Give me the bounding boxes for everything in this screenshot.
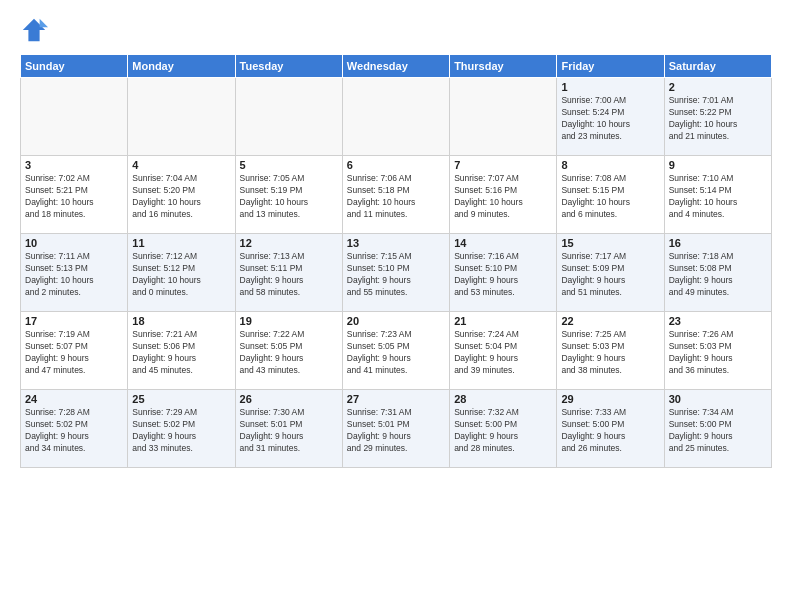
day-info: Sunrise: 7:00 AMSunset: 5:24 PMDaylight:… (561, 95, 659, 143)
calendar-cell: 29Sunrise: 7:33 AMSunset: 5:00 PMDayligh… (557, 390, 664, 468)
weekday-header: Sunday (21, 55, 128, 78)
svg-marker-1 (40, 19, 48, 27)
day-number: 20 (347, 315, 445, 327)
day-number: 11 (132, 237, 230, 249)
calendar-cell (128, 78, 235, 156)
day-info: Sunrise: 7:28 AMSunset: 5:02 PMDaylight:… (25, 407, 123, 455)
calendar-cell: 10Sunrise: 7:11 AMSunset: 5:13 PMDayligh… (21, 234, 128, 312)
calendar-cell: 26Sunrise: 7:30 AMSunset: 5:01 PMDayligh… (235, 390, 342, 468)
day-info: Sunrise: 7:04 AMSunset: 5:20 PMDaylight:… (132, 173, 230, 221)
day-number: 28 (454, 393, 552, 405)
day-info: Sunrise: 7:02 AMSunset: 5:21 PMDaylight:… (25, 173, 123, 221)
calendar-cell: 25Sunrise: 7:29 AMSunset: 5:02 PMDayligh… (128, 390, 235, 468)
day-info: Sunrise: 7:18 AMSunset: 5:08 PMDaylight:… (669, 251, 767, 299)
day-number: 17 (25, 315, 123, 327)
day-info: Sunrise: 7:11 AMSunset: 5:13 PMDaylight:… (25, 251, 123, 299)
day-info: Sunrise: 7:25 AMSunset: 5:03 PMDaylight:… (561, 329, 659, 377)
day-info: Sunrise: 7:12 AMSunset: 5:12 PMDaylight:… (132, 251, 230, 299)
calendar-cell: 7Sunrise: 7:07 AMSunset: 5:16 PMDaylight… (450, 156, 557, 234)
day-number: 8 (561, 159, 659, 171)
day-number: 27 (347, 393, 445, 405)
day-number: 5 (240, 159, 338, 171)
calendar-cell: 18Sunrise: 7:21 AMSunset: 5:06 PMDayligh… (128, 312, 235, 390)
calendar-body: 1Sunrise: 7:00 AMSunset: 5:24 PMDaylight… (21, 78, 772, 468)
day-number: 21 (454, 315, 552, 327)
day-number: 15 (561, 237, 659, 249)
day-number: 14 (454, 237, 552, 249)
calendar-cell (450, 78, 557, 156)
day-info: Sunrise: 7:08 AMSunset: 5:15 PMDaylight:… (561, 173, 659, 221)
day-number: 16 (669, 237, 767, 249)
page: SundayMondayTuesdayWednesdayThursdayFrid… (0, 0, 792, 612)
day-info: Sunrise: 7:23 AMSunset: 5:05 PMDaylight:… (347, 329, 445, 377)
day-number: 2 (669, 81, 767, 93)
weekday-header: Friday (557, 55, 664, 78)
calendar-cell: 8Sunrise: 7:08 AMSunset: 5:15 PMDaylight… (557, 156, 664, 234)
day-number: 29 (561, 393, 659, 405)
day-number: 24 (25, 393, 123, 405)
calendar-cell: 2Sunrise: 7:01 AMSunset: 5:22 PMDaylight… (664, 78, 771, 156)
calendar-cell: 4Sunrise: 7:04 AMSunset: 5:20 PMDaylight… (128, 156, 235, 234)
calendar-cell: 27Sunrise: 7:31 AMSunset: 5:01 PMDayligh… (342, 390, 449, 468)
day-info: Sunrise: 7:34 AMSunset: 5:00 PMDaylight:… (669, 407, 767, 455)
weekday-header: Saturday (664, 55, 771, 78)
weekday-header: Tuesday (235, 55, 342, 78)
day-info: Sunrise: 7:05 AMSunset: 5:19 PMDaylight:… (240, 173, 338, 221)
calendar-cell: 5Sunrise: 7:05 AMSunset: 5:19 PMDaylight… (235, 156, 342, 234)
day-info: Sunrise: 7:33 AMSunset: 5:00 PMDaylight:… (561, 407, 659, 455)
day-info: Sunrise: 7:30 AMSunset: 5:01 PMDaylight:… (240, 407, 338, 455)
calendar-cell: 30Sunrise: 7:34 AMSunset: 5:00 PMDayligh… (664, 390, 771, 468)
logo-icon (20, 16, 48, 44)
calendar-cell: 11Sunrise: 7:12 AMSunset: 5:12 PMDayligh… (128, 234, 235, 312)
calendar-cell: 9Sunrise: 7:10 AMSunset: 5:14 PMDaylight… (664, 156, 771, 234)
calendar-cell: 6Sunrise: 7:06 AMSunset: 5:18 PMDaylight… (342, 156, 449, 234)
calendar-cell: 22Sunrise: 7:25 AMSunset: 5:03 PMDayligh… (557, 312, 664, 390)
day-info: Sunrise: 7:16 AMSunset: 5:10 PMDaylight:… (454, 251, 552, 299)
calendar-cell: 14Sunrise: 7:16 AMSunset: 5:10 PMDayligh… (450, 234, 557, 312)
calendar-cell: 19Sunrise: 7:22 AMSunset: 5:05 PMDayligh… (235, 312, 342, 390)
calendar-cell (235, 78, 342, 156)
weekday-row: SundayMondayTuesdayWednesdayThursdayFrid… (21, 55, 772, 78)
logo (20, 16, 54, 44)
day-info: Sunrise: 7:17 AMSunset: 5:09 PMDaylight:… (561, 251, 659, 299)
day-number: 13 (347, 237, 445, 249)
day-number: 4 (132, 159, 230, 171)
calendar-week-row: 10Sunrise: 7:11 AMSunset: 5:13 PMDayligh… (21, 234, 772, 312)
day-number: 18 (132, 315, 230, 327)
day-number: 12 (240, 237, 338, 249)
calendar-week-row: 17Sunrise: 7:19 AMSunset: 5:07 PMDayligh… (21, 312, 772, 390)
calendar-week-row: 3Sunrise: 7:02 AMSunset: 5:21 PMDaylight… (21, 156, 772, 234)
day-info: Sunrise: 7:32 AMSunset: 5:00 PMDaylight:… (454, 407, 552, 455)
calendar-cell: 24Sunrise: 7:28 AMSunset: 5:02 PMDayligh… (21, 390, 128, 468)
day-number: 9 (669, 159, 767, 171)
day-number: 19 (240, 315, 338, 327)
day-number: 23 (669, 315, 767, 327)
day-number: 1 (561, 81, 659, 93)
calendar-cell: 20Sunrise: 7:23 AMSunset: 5:05 PMDayligh… (342, 312, 449, 390)
day-number: 26 (240, 393, 338, 405)
calendar-cell: 23Sunrise: 7:26 AMSunset: 5:03 PMDayligh… (664, 312, 771, 390)
header (20, 16, 772, 44)
calendar-cell: 21Sunrise: 7:24 AMSunset: 5:04 PMDayligh… (450, 312, 557, 390)
day-info: Sunrise: 7:15 AMSunset: 5:10 PMDaylight:… (347, 251, 445, 299)
day-info: Sunrise: 7:06 AMSunset: 5:18 PMDaylight:… (347, 173, 445, 221)
day-info: Sunrise: 7:22 AMSunset: 5:05 PMDaylight:… (240, 329, 338, 377)
calendar-cell: 16Sunrise: 7:18 AMSunset: 5:08 PMDayligh… (664, 234, 771, 312)
calendar-cell: 3Sunrise: 7:02 AMSunset: 5:21 PMDaylight… (21, 156, 128, 234)
calendar-cell: 15Sunrise: 7:17 AMSunset: 5:09 PMDayligh… (557, 234, 664, 312)
day-info: Sunrise: 7:29 AMSunset: 5:02 PMDaylight:… (132, 407, 230, 455)
day-info: Sunrise: 7:10 AMSunset: 5:14 PMDaylight:… (669, 173, 767, 221)
calendar-week-row: 1Sunrise: 7:00 AMSunset: 5:24 PMDaylight… (21, 78, 772, 156)
day-info: Sunrise: 7:31 AMSunset: 5:01 PMDaylight:… (347, 407, 445, 455)
day-info: Sunrise: 7:21 AMSunset: 5:06 PMDaylight:… (132, 329, 230, 377)
day-info: Sunrise: 7:26 AMSunset: 5:03 PMDaylight:… (669, 329, 767, 377)
calendar-cell: 28Sunrise: 7:32 AMSunset: 5:00 PMDayligh… (450, 390, 557, 468)
day-number: 22 (561, 315, 659, 327)
calendar-header: SundayMondayTuesdayWednesdayThursdayFrid… (21, 55, 772, 78)
day-number: 3 (25, 159, 123, 171)
weekday-header: Thursday (450, 55, 557, 78)
day-info: Sunrise: 7:01 AMSunset: 5:22 PMDaylight:… (669, 95, 767, 143)
day-info: Sunrise: 7:07 AMSunset: 5:16 PMDaylight:… (454, 173, 552, 221)
calendar-cell (342, 78, 449, 156)
calendar: SundayMondayTuesdayWednesdayThursdayFrid… (20, 54, 772, 468)
